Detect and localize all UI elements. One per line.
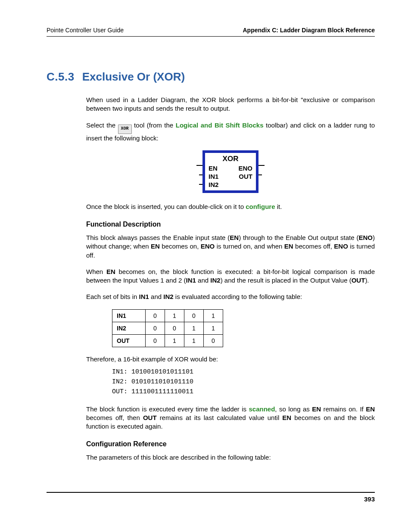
after-block-paragraph: Once the block is inserted, you can doub… xyxy=(86,202,375,211)
running-header: Pointe Controller User Guide Appendix C:… xyxy=(47,27,375,37)
table-row: IN2 0 0 1 1 xyxy=(112,322,223,334)
block-pin-en: EN xyxy=(209,165,218,172)
table-row: OUT 0 1 1 0 xyxy=(112,334,223,347)
header-left: Pointe Controller User Guide xyxy=(47,27,124,34)
toolbar-link[interactable]: Logical and Bit Shift Blocks xyxy=(176,121,264,129)
select-paragraph: Select the XOR tool (from the Logical an… xyxy=(86,121,375,143)
functional-para-2: When EN becomes on, the block function i… xyxy=(86,268,375,285)
configuration-reference-heading: Configuration Reference xyxy=(86,440,375,448)
example-code: IN1: 1010010101011101 IN2: 0101011010101… xyxy=(112,367,375,397)
page: Pointe Controller User Guide Appendix C:… xyxy=(0,0,411,532)
block-title: XOR xyxy=(205,155,256,164)
section-title-text: Exclusive Or (XOR) xyxy=(82,70,185,83)
scanned-link[interactable]: scanned xyxy=(249,405,275,413)
configure-link[interactable]: configure xyxy=(246,203,275,210)
xor-tool-icon: XOR xyxy=(118,124,132,134)
block-diagram: XOR EN ENO IN1 OUT IN2 xyxy=(86,150,375,193)
page-number: 393 xyxy=(364,495,375,503)
functional-para-3: Each set of bits in IN1 and IN2 is evalu… xyxy=(86,292,375,301)
block-pin-eno: ENO xyxy=(238,165,252,172)
block-pin-out: OUT xyxy=(239,173,252,180)
example-intro: Therefore, a 16-bit example of XOR would… xyxy=(86,355,375,364)
scan-paragraph: The block function is executed every tim… xyxy=(86,405,375,431)
section-heading: C.5.3Exclusive Or (XOR) xyxy=(47,70,375,84)
table-row: IN1 0 1 0 1 xyxy=(112,309,223,322)
intro-paragraph: When used in a Ladder Diagram, the XOR b… xyxy=(86,96,375,113)
functional-description-heading: Functional Description xyxy=(86,221,375,228)
section-number: C.5.3 xyxy=(47,70,75,83)
block-pin-in2: IN2 xyxy=(209,181,218,188)
functional-para-1: This block always passes the Enable inpu… xyxy=(86,233,375,260)
header-right: Appendix C: Ladder Diagram Block Referen… xyxy=(243,27,375,34)
config-paragraph: The parameters of this block are describ… xyxy=(86,453,375,462)
block-pin-in1: IN1 xyxy=(209,173,218,180)
page-footer: 393 xyxy=(47,492,375,503)
truth-table: IN1 0 1 0 1 IN2 0 0 1 1 OUT 0 1 1 0 xyxy=(112,309,223,347)
content-area: C.5.3Exclusive Or (XOR) When used in a L… xyxy=(86,37,375,462)
